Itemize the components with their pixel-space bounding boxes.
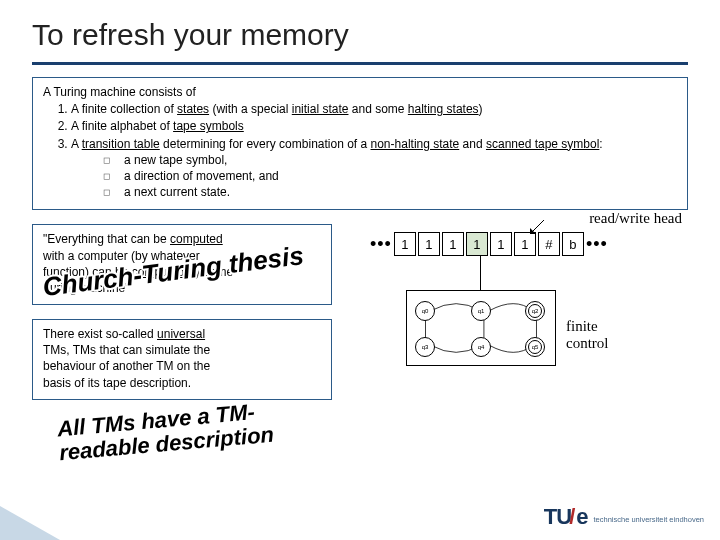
underline: halting states — [408, 102, 479, 116]
underline: states — [177, 102, 209, 116]
definition-item-2: A finite alphabet of tape symbols — [71, 118, 677, 134]
tape-cell: 1 — [418, 232, 440, 256]
slash-icon: / — [569, 504, 575, 529]
ellipsis-icon: ••• — [370, 234, 392, 255]
corner-decoration — [0, 506, 60, 540]
finite-control-label: finite control — [566, 318, 609, 352]
text: A finite alphabet of — [71, 119, 173, 133]
definition-list: A finite collection of states (with a sp… — [43, 101, 677, 200]
overlay-tm-description: All TMs have a TM- readable description — [56, 399, 275, 466]
underline: computed — [170, 232, 223, 246]
state-node: q1 — [471, 301, 491, 321]
state-node-accept: q2 — [525, 301, 545, 321]
connector-line — [480, 256, 481, 290]
sub-item: a new tape symbol, — [103, 152, 677, 168]
underline: scanned tape symbol — [486, 137, 599, 151]
text: : — [599, 137, 602, 151]
finite-control: q0 q1 q2 q3 q4 q5 — [406, 290, 556, 366]
rw-head-label: read/write head — [589, 210, 682, 227]
ellipsis-icon: ••• — [586, 234, 608, 255]
state-node-accept: q5 — [525, 337, 545, 357]
underline: tape symbols — [173, 119, 244, 133]
tape-cell: 1 — [442, 232, 464, 256]
state-node: q0 — [415, 301, 435, 321]
underline: universal — [157, 327, 205, 341]
title-rule — [32, 62, 688, 65]
text: "Everything that can be — [43, 232, 170, 246]
tm-figure: read/write head ••• 1 1 1 1 1 1 # b ••• — [370, 232, 682, 256]
text: determining for every combination of a — [160, 137, 371, 151]
sub-item: a direction of movement, and — [103, 168, 677, 184]
finite-control-wrap: q0 q1 q2 q3 q4 q5 finite control — [406, 290, 556, 366]
definition-box: A Turing machine consists of A finite co… — [32, 77, 688, 210]
tape-cell: 1 — [490, 232, 512, 256]
tape-cell-current: 1 — [466, 232, 488, 256]
text: There exist so-called — [43, 327, 157, 341]
university-name: technische universiteit eindhoven — [594, 516, 705, 524]
text: and some — [348, 102, 407, 116]
slide: To refresh your memory A Turing machine … — [0, 0, 720, 540]
text: A — [71, 137, 82, 151]
transition-sublist: a new tape symbol, a direction of moveme… — [71, 152, 677, 201]
tape-cell: b — [562, 232, 584, 256]
arrow-icon — [526, 218, 546, 238]
underline: non-halting state — [371, 137, 460, 151]
tape-cell: 1 — [394, 232, 416, 256]
text: and — [459, 137, 486, 151]
sub-item: a next current state. — [103, 184, 677, 200]
text: (with a special — [209, 102, 292, 116]
text: behaviour of another TM on the — [43, 359, 210, 373]
state-node: q4 — [471, 337, 491, 357]
definition-item-3: A transition table determining for every… — [71, 136, 677, 201]
footer-logo: TU/e technische universiteit eindhoven — [544, 504, 704, 530]
universal-tm-box: There exist so-called universal TMs, TMs… — [32, 319, 332, 400]
definition-lead: A Turing machine consists of — [43, 84, 677, 100]
text: basis of its tape description. — [43, 376, 191, 390]
definition-item-1: A finite collection of states (with a sp… — [71, 101, 677, 117]
text: TU — [544, 504, 571, 529]
tu-logo: TU/e — [544, 504, 588, 530]
text: ) — [479, 102, 483, 116]
text: A finite collection of — [71, 102, 177, 116]
slide-title: To refresh your memory — [32, 18, 688, 52]
text: TMs, TMs that can simulate the — [43, 343, 210, 357]
underline: transition table — [82, 137, 160, 151]
underline: initial state — [292, 102, 349, 116]
state-node: q3 — [415, 337, 435, 357]
text: e — [576, 504, 587, 529]
